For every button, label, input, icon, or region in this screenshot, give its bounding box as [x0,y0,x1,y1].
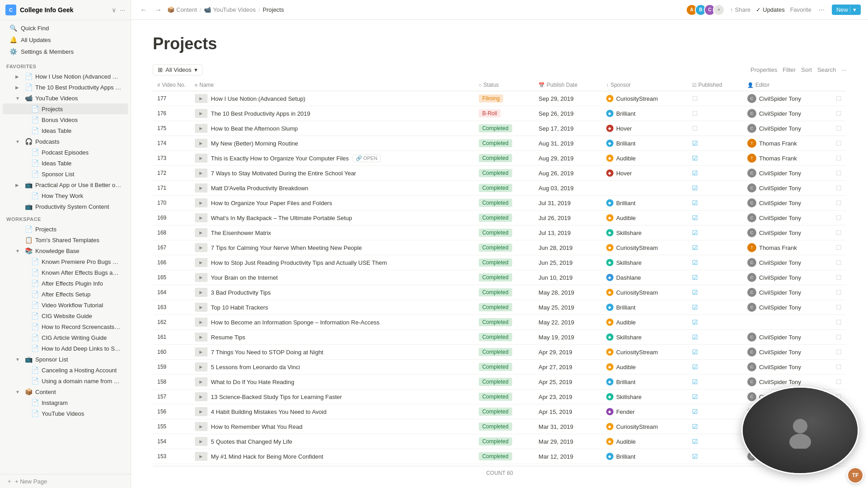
sidebar-item-how-they-work[interactable]: 📄 How They Work [3,190,128,201]
video-title[interactable]: ▶ 4 Habit Building Mistakes You Need to … [190,404,474,419]
sidebar-item-projects[interactable]: 📄 Projects [3,103,128,114]
sidebar-item-instagram[interactable]: 📄 Instagram [3,397,128,408]
video-title[interactable]: ▶ How to Beat the Afternoon Slump [190,121,474,136]
dropdown-arrow-icon[interactable]: ▾ [850,6,856,13]
share-button[interactable]: ↑ Share [730,6,750,13]
table-row[interactable]: 169 ▶ What's In My Backpack – The Ultima… [153,211,846,225]
video-title[interactable]: ▶ My #1 Mind Hack for Being More Confide… [190,449,474,464]
table-row[interactable]: 163 ▶ Top 10 Habit Trackers Completed Ma… [153,300,846,315]
table-row[interactable]: 168 ▶ The Eisenhower Matrix Completed Ju… [153,225,846,240]
row-checkbox[interactable]: ☐ [831,181,846,196]
video-title[interactable]: ▶ 7 Tips for Calming Your Nerve When Mee… [190,240,474,255]
sidebar-item-ws-projects[interactable]: 📄 Projects [3,224,128,235]
table-row[interactable]: 161 ▶ Resume Tips Completed May 19, 2019… [153,330,846,345]
row-checkbox[interactable]: ☐ [831,330,846,345]
row-checkbox[interactable]: ☐ [831,151,846,166]
breadcrumb-youtube-videos[interactable]: 📹 YouTube Videos [204,6,255,13]
video-title[interactable]: ▶ The 10 Best Productivity Apps in 2019 [190,106,474,121]
table-row[interactable]: 166 ▶ How to Stop Just Reading Productiv… [153,255,846,270]
sidebar-item-ideas-table-pod[interactable]: 📄 Ideas Table [3,158,128,169]
more-options-icon[interactable]: ··· [817,5,826,15]
row-checkbox[interactable]: ☐ [831,196,846,211]
sidebar-item-podcast-episodes[interactable]: 📄 Podcast Episodes [3,147,128,158]
table-row[interactable]: 158 ▶ What to Do If You Hate Reading Com… [153,375,846,389]
sidebar-item-youtube-videos[interactable]: ▼ 📹 YouTube Videos [3,93,128,103]
sidebar-item-sponsor-list-pod[interactable]: 📄 Sponsor List [3,169,128,179]
sidebar-item-all-updates[interactable]: 🔔 All Updates [3,34,128,46]
row-checkbox[interactable]: ☐ [831,315,846,330]
sidebar-item-cig-website[interactable]: 📄 CIG Website Guide [3,310,128,321]
video-title[interactable]: ▶ This is Exactly How to Organize Your C… [190,151,474,166]
table-row[interactable]: 162 ▶ How to Become an Information Spong… [153,315,846,330]
more-table-options[interactable]: ··· [841,66,846,73]
sidebar-item-how-i-use-notion[interactable]: ▶ 📄 How I Use Notion (Advanced Setup) [3,71,128,82]
table-row[interactable]: 177 ▶ How I Use Notion (Advanced Setup) … [153,91,846,106]
row-checkbox[interactable]: ☐ [831,106,846,121]
table-row[interactable]: 160 ▶ 7 Things You Need to STOP Doing at… [153,345,846,360]
row-checkbox[interactable]: ☐ [831,285,846,300]
sidebar-item-video-workflow[interactable]: 📄 Video Workflow Tutorial [3,300,128,310]
sidebar-item-ideas-table-yt[interactable]: 📄 Ideas Table [3,125,128,136]
table-row[interactable]: 174 ▶ My New (Better) Morning Routine Co… [153,136,846,151]
open-button[interactable]: 🔗 OPEN [353,155,381,162]
table-row[interactable]: 159 ▶ 5 Lessons from Leonardo da Vinci C… [153,360,846,375]
row-checkbox[interactable]: ☐ [831,136,846,151]
sidebar-item-practical-app[interactable]: ▶ 📺 Practical App or Use it Better or Fe… [3,179,128,190]
video-title[interactable]: ▶ Your Brain on the Internet [190,270,474,285]
video-title[interactable]: ▶ What's In My Backpack – The Ultimate P… [190,211,474,225]
video-title[interactable]: ▶ 5 Lessons from Leonardo da Vinci [190,360,474,375]
row-checkbox[interactable]: ☐ [831,240,846,255]
video-title[interactable]: ▶ Top 10 Habit Trackers [190,300,474,315]
video-title[interactable]: ▶ How to Become an Information Sponge – … [190,315,474,330]
video-title[interactable]: ▶ 13 Science-Backed Study Tips for Learn… [190,389,474,404]
new-page-button[interactable]: ＋ + New Page [0,474,131,488]
table-row[interactable]: 172 ▶ 7 Ways to Stay Motivated During th… [153,166,846,181]
video-title[interactable]: ▶ How to Stop Just Reading Productivity … [190,255,474,270]
updates-button[interactable]: ✓ Updates [756,6,784,13]
video-title[interactable]: ▶ Matt D'Avella Productivity Breakdown [190,181,474,196]
video-title[interactable]: ▶ The Eisenhower Matrix [190,225,474,240]
row-checkbox[interactable]: ☐ [831,91,846,106]
sidebar-item-cig-article-guide[interactable]: 📄 CIG Article Writing Guide [3,332,128,343]
sidebar-item-productivity-system[interactable]: 📺 Productivity System Content [3,201,128,212]
sidebar-item-canceling-hosting[interactable]: 📄 Canceling a Hosting Account [3,365,128,375]
all-videos-view-button[interactable]: ⊞ All Videos ▾ [153,64,203,75]
favorite-button[interactable]: Favorite [790,6,811,13]
table-row[interactable]: 170 ▶ How to Organize Your Paper Files a… [153,196,846,211]
video-title[interactable]: ▶ How to Remember What You Read [190,419,474,434]
video-title[interactable]: ▶ 7 Ways to Stay Motivated During the En… [190,166,474,181]
sidebar-item-settings[interactable]: ⚙️ Settings & Members [3,46,128,57]
row-checkbox[interactable]: ☐ [831,166,846,181]
breadcrumb-content[interactable]: 📦 Content [167,6,197,13]
sort-button[interactable]: Sort [801,66,812,73]
properties-button[interactable]: Properties [750,66,777,73]
sidebar-item-domain-name[interactable]: 📄 Using a domain name from a different r… [3,375,128,386]
video-title[interactable]: ▶ Resume Tips [190,330,474,345]
sidebar-item-ws-sponsor-list[interactable]: ▼ 📺 Sponsor List [3,354,128,365]
sidebar-item-ae-setup[interactable]: 📄 After Effects Setup [3,289,128,300]
video-title[interactable]: ▶ How I Use Notion (Advanced Setup) [190,91,474,106]
video-title[interactable]: ▶ 3 Bad Productivity Tips [190,285,474,300]
sidebar-item-known-premiere[interactable]: 📄 Known Premiere Pro Bugs and Crash Ca..… [3,256,128,267]
sidebar-item-ws-youtube[interactable]: 📄 YouTube Videos [3,408,128,419]
row-checkbox[interactable]: ☐ [831,255,846,270]
table-row[interactable]: 157 ▶ 13 Science-Backed Study Tips for L… [153,389,846,404]
row-checkbox[interactable]: ☐ [831,225,846,240]
video-title[interactable]: ▶ 7 Things You Need to STOP Doing at Nig… [190,345,474,360]
sidebar-item-record-screencasts[interactable]: 📄 How to Record Screencasts with OBS Stu… [3,321,128,332]
table-row[interactable]: 175 ▶ How to Beat the Afternoon Slump Co… [153,121,846,136]
row-checkbox[interactable]: ☐ [831,375,846,389]
sidebar-item-podcasts[interactable]: ▼ 🎧 Podcasts [3,136,128,147]
forward-button[interactable]: → [153,5,164,15]
row-checkbox[interactable]: ☐ [831,270,846,285]
row-checkbox[interactable]: ☐ [831,121,846,136]
table-row[interactable]: 164 ▶ 3 Bad Productivity Tips Completed … [153,285,846,300]
video-title[interactable]: ▶ My New (Better) Morning Routine [190,136,474,151]
sidebar-item-add-deep-links[interactable]: 📄 How to Add Deep Links to Skillshare [3,343,128,354]
table-row[interactable]: 165 ▶ Your Brain on the Internet Complet… [153,270,846,285]
sidebar-item-bonus-videos[interactable]: 📄 Bonus Videos [3,114,128,125]
new-button[interactable]: New ▾ [832,5,861,15]
sidebar-item-toms-shared[interactable]: 📋 Tom's Shared Templates [3,235,128,245]
video-title[interactable]: ▶ What to Do If You Hate Reading [190,375,474,389]
sidebar-item-knowledge-base[interactable]: ▼ 📚 Knowledge Base [3,245,128,256]
